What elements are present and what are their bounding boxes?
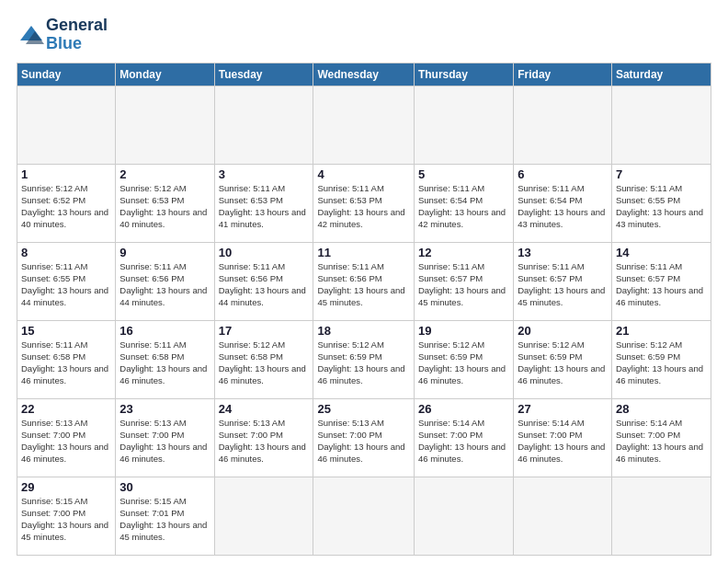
col-monday: Monday — [116, 63, 214, 86]
col-thursday: Thursday — [414, 63, 513, 86]
col-saturday: Saturday — [611, 63, 711, 86]
day-info: Sunrise: 5:15 AMSunset: 7:01 PMDaylight:… — [119, 495, 210, 544]
day-number: 8 — [21, 246, 111, 259]
calendar-week-row: 15Sunrise: 5:11 AMSunset: 6:58 PMDayligh… — [17, 320, 711, 398]
calendar-week-row — [17, 86, 711, 164]
calendar-cell: 2Sunrise: 5:12 AMSunset: 6:53 PMDaylight… — [116, 164, 214, 242]
day-number: 21 — [616, 324, 707, 338]
calendar-cell: 14Sunrise: 5:11 AMSunset: 6:57 PMDayligh… — [611, 242, 711, 320]
day-number: 3 — [219, 167, 310, 181]
calendar-cell: 17Sunrise: 5:12 AMSunset: 6:58 PMDayligh… — [214, 320, 313, 398]
calendar-cell — [414, 86, 513, 164]
day-number: 16 — [119, 324, 210, 338]
day-number: 14 — [616, 246, 707, 259]
calendar-week-row: 29Sunrise: 5:15 AMSunset: 7:00 PMDayligh… — [17, 477, 711, 555]
calendar-week-row: 22Sunrise: 5:13 AMSunset: 7:00 PMDayligh… — [17, 398, 711, 477]
calendar-cell: 30Sunrise: 5:15 AMSunset: 7:01 PMDayligh… — [116, 477, 214, 555]
calendar-cell: 18Sunrise: 5:12 AMSunset: 6:59 PMDayligh… — [313, 320, 414, 398]
calendar-header-row: Sunday Monday Tuesday Wednesday Thursday… — [17, 63, 711, 86]
day-number: 7 — [616, 167, 707, 181]
calendar-cell: 1Sunrise: 5:12 AMSunset: 6:52 PMDaylight… — [17, 164, 116, 242]
calendar: Sunday Monday Tuesday Wednesday Thursday… — [17, 63, 711, 556]
calendar-cell — [17, 86, 116, 164]
calendar-cell: 19Sunrise: 5:12 AMSunset: 6:59 PMDayligh… — [414, 320, 513, 398]
day-info: Sunrise: 5:11 AMSunset: 6:58 PMDaylight:… — [119, 339, 210, 387]
calendar-cell — [116, 86, 214, 164]
calendar-week-row: 1Sunrise: 5:12 AMSunset: 6:52 PMDaylight… — [17, 164, 711, 242]
day-number: 23 — [119, 402, 210, 416]
day-number: 29 — [21, 480, 111, 494]
day-info: Sunrise: 5:13 AMSunset: 7:00 PMDaylight:… — [219, 417, 310, 465]
header: General Blue — [17, 17, 711, 53]
day-number: 19 — [418, 324, 509, 338]
day-info: Sunrise: 5:14 AMSunset: 7:00 PMDaylight:… — [418, 417, 509, 465]
day-info: Sunrise: 5:12 AMSunset: 6:53 PMDaylight:… — [119, 182, 210, 231]
page: General Blue Sunday Monday Tuesday Wedne… — [0, 0, 728, 563]
day-info: Sunrise: 5:15 AMSunset: 7:00 PMDaylight:… — [21, 495, 111, 544]
calendar-cell — [611, 86, 711, 164]
calendar-cell: 7Sunrise: 5:11 AMSunset: 6:55 PMDaylight… — [611, 164, 711, 242]
calendar-cell: 15Sunrise: 5:11 AMSunset: 6:58 PMDayligh… — [17, 320, 116, 398]
calendar-cell: 22Sunrise: 5:13 AMSunset: 7:00 PMDayligh… — [17, 398, 116, 477]
calendar-cell: 24Sunrise: 5:13 AMSunset: 7:00 PMDayligh… — [214, 398, 313, 477]
day-info: Sunrise: 5:12 AMSunset: 6:59 PMDaylight:… — [616, 339, 707, 387]
day-info: Sunrise: 5:12 AMSunset: 6:59 PMDaylight:… — [418, 339, 509, 387]
day-info: Sunrise: 5:13 AMSunset: 7:00 PMDaylight:… — [317, 417, 409, 465]
day-number: 17 — [219, 324, 310, 338]
day-number: 15 — [21, 324, 111, 338]
day-info: Sunrise: 5:11 AMSunset: 6:56 PMDaylight:… — [219, 260, 310, 309]
day-info: Sunrise: 5:11 AMSunset: 6:57 PMDaylight:… — [616, 260, 707, 309]
day-number: 6 — [518, 167, 608, 181]
col-sunday: Sunday — [17, 63, 116, 86]
day-number: 18 — [317, 324, 409, 338]
calendar-cell: 4Sunrise: 5:11 AMSunset: 6:53 PMDaylight… — [313, 164, 414, 242]
day-number: 1 — [21, 167, 111, 181]
calendar-cell — [313, 477, 414, 555]
day-info: Sunrise: 5:11 AMSunset: 6:56 PMDaylight:… — [317, 260, 409, 309]
calendar-cell: 3Sunrise: 5:11 AMSunset: 6:53 PMDaylight… — [214, 164, 313, 242]
day-info: Sunrise: 5:11 AMSunset: 6:55 PMDaylight:… — [616, 182, 707, 231]
day-info: Sunrise: 5:12 AMSunset: 6:58 PMDaylight:… — [219, 339, 310, 387]
calendar-cell: 9Sunrise: 5:11 AMSunset: 6:56 PMDaylight… — [116, 242, 214, 320]
calendar-cell: 11Sunrise: 5:11 AMSunset: 6:56 PMDayligh… — [313, 242, 414, 320]
calendar-cell: 12Sunrise: 5:11 AMSunset: 6:57 PMDayligh… — [414, 242, 513, 320]
col-wednesday: Wednesday — [313, 63, 414, 86]
day-info: Sunrise: 5:11 AMSunset: 6:58 PMDaylight:… — [21, 339, 111, 387]
day-number: 22 — [21, 402, 111, 416]
col-friday: Friday — [514, 63, 612, 86]
calendar-cell: 21Sunrise: 5:12 AMSunset: 6:59 PMDayligh… — [611, 320, 711, 398]
day-number: 10 — [219, 246, 310, 259]
col-tuesday: Tuesday — [214, 63, 313, 86]
logo-text: General Blue — [46, 17, 108, 53]
day-number: 11 — [317, 246, 409, 259]
logo-icon — [17, 22, 42, 48]
day-number: 20 — [518, 324, 608, 338]
day-info: Sunrise: 5:11 AMSunset: 6:53 PMDaylight:… — [317, 182, 409, 231]
calendar-cell: 28Sunrise: 5:14 AMSunset: 7:00 PMDayligh… — [611, 398, 711, 477]
day-info: Sunrise: 5:13 AMSunset: 7:00 PMDaylight:… — [119, 417, 210, 465]
day-info: Sunrise: 5:11 AMSunset: 6:57 PMDaylight:… — [418, 260, 509, 309]
calendar-cell: 16Sunrise: 5:11 AMSunset: 6:58 PMDayligh… — [116, 320, 214, 398]
day-number: 2 — [119, 167, 210, 181]
logo: General Blue — [17, 17, 108, 53]
calendar-cell: 10Sunrise: 5:11 AMSunset: 6:56 PMDayligh… — [214, 242, 313, 320]
calendar-cell — [414, 477, 513, 555]
calendar-cell: 8Sunrise: 5:11 AMSunset: 6:55 PMDaylight… — [17, 242, 116, 320]
day-number: 24 — [219, 402, 310, 416]
calendar-cell — [611, 477, 711, 555]
day-info: Sunrise: 5:11 AMSunset: 6:55 PMDaylight:… — [21, 260, 111, 309]
calendar-cell — [214, 477, 313, 555]
day-number: 27 — [518, 402, 608, 416]
day-number: 28 — [616, 402, 707, 416]
day-number: 13 — [518, 246, 608, 259]
day-info: Sunrise: 5:12 AMSunset: 6:59 PMDaylight:… — [518, 339, 608, 387]
calendar-cell: 29Sunrise: 5:15 AMSunset: 7:00 PMDayligh… — [17, 477, 116, 555]
day-info: Sunrise: 5:12 AMSunset: 6:52 PMDaylight:… — [21, 182, 111, 231]
day-number: 25 — [317, 402, 409, 416]
calendar-cell: 20Sunrise: 5:12 AMSunset: 6:59 PMDayligh… — [514, 320, 612, 398]
calendar-cell — [313, 86, 414, 164]
calendar-cell — [214, 86, 313, 164]
day-info: Sunrise: 5:14 AMSunset: 7:00 PMDaylight:… — [616, 417, 707, 465]
calendar-cell — [514, 477, 612, 555]
calendar-cell: 5Sunrise: 5:11 AMSunset: 6:54 PMDaylight… — [414, 164, 513, 242]
